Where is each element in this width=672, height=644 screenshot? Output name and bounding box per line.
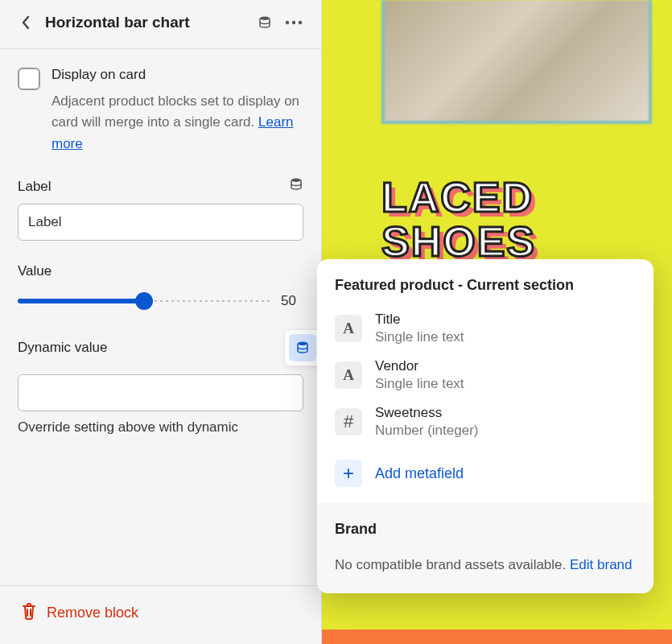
metafield-type: Single line text: [375, 329, 464, 345]
trash-icon: [21, 602, 37, 623]
brand-message: No compatible brand assets available.: [335, 557, 570, 572]
plus-icon: +: [335, 460, 362, 487]
svg-point-3: [299, 21, 302, 24]
preview-product-image: [381, 0, 652, 124]
metafield-name: Vendor: [375, 358, 464, 374]
metafield-name: Sweetness: [375, 405, 479, 421]
metafield-item-title[interactable]: A Title Single line text: [317, 307, 653, 353]
remove-block-label: Remove block: [47, 605, 138, 621]
panel-title: Horizontal bar chart: [45, 14, 249, 31]
label-input[interactable]: [18, 204, 303, 241]
add-metafield-label: Add metafield: [375, 465, 464, 482]
value-slider[interactable]: [18, 292, 270, 310]
back-button[interactable]: [14, 11, 37, 34]
brand-section-title: Brand: [335, 521, 636, 538]
preview-product-title: LACED SHOES: [381, 175, 672, 263]
more-menu-button[interactable]: [281, 10, 307, 35]
preview-bottom-bar: [322, 630, 672, 644]
svg-point-0: [260, 17, 270, 21]
dynamic-value-input[interactable]: [18, 374, 303, 411]
dynamic-source-header-button[interactable]: [252, 10, 278, 35]
slider-thumb[interactable]: [135, 292, 153, 310]
svg-point-5: [298, 342, 307, 346]
dynamic-override-hint: Override setting above with dynamic: [18, 419, 303, 436]
metafield-type: Single line text: [375, 376, 464, 392]
remove-block-button[interactable]: Remove block: [0, 585, 321, 644]
settings-panel: Horizontal bar chart Display on card Adj…: [0, 0, 322, 644]
database-icon[interactable]: [289, 177, 303, 196]
brand-section: Brand No compatible brand assets availab…: [317, 503, 653, 593]
svg-point-4: [291, 179, 301, 183]
add-metafield-button[interactable]: + Add metafield: [317, 447, 653, 503]
metafield-item-vendor[interactable]: A Vendor Single line text: [317, 353, 653, 400]
display-on-card-checkbox[interactable]: [18, 68, 40, 90]
metafield-item-sweetness[interactable]: # Sweetness Number (integer): [317, 400, 653, 447]
text-type-icon: A: [335, 361, 362, 389]
label-field-label: Label: [18, 179, 52, 195]
svg-point-2: [292, 21, 295, 24]
dynamic-value-label: Dynamic value: [18, 340, 284, 356]
connect-dynamic-source-button[interactable]: [284, 329, 321, 366]
value-slider-readout: 50: [281, 293, 303, 309]
svg-point-1: [286, 21, 289, 24]
panel-header: Horizontal bar chart: [0, 0, 321, 49]
text-type-icon: A: [335, 315, 362, 342]
display-on-card-label: Display on card: [52, 67, 303, 83]
popover-section-title: Featured product - Current section: [317, 277, 653, 307]
dynamic-source-popover: Featured product - Current section A Tit…: [317, 259, 653, 593]
number-type-icon: #: [335, 408, 362, 436]
edit-brand-link[interactable]: Edit brand: [570, 557, 633, 572]
display-on-card-help: Adjacent product blocks set to display o…: [52, 91, 303, 155]
metafield-name: Title: [375, 312, 464, 328]
value-field-label: Value: [18, 263, 52, 279]
metafield-type: Number (integer): [375, 423, 479, 439]
